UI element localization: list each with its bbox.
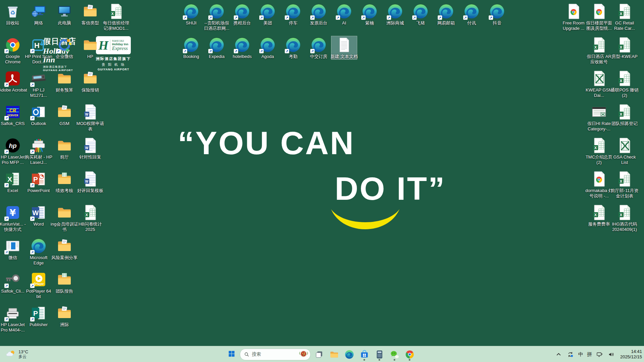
desktop-icon-zinan[interactable]: ↗紫楠 [357, 3, 382, 26]
icon-label: IHG酒店代码 20240409(1) [610, 222, 639, 232]
desktop-icon-xlsx-daily-mod-log[interactable]: X每日值班经理记录MOD1... [103, 3, 129, 31]
desktop-icon-saflok-crs[interactable]: CRSERVER↗Saflok_CRS [0, 103, 25, 126]
desktop-icon-powerpoint[interactable]: P↗PowerPoint [26, 170, 51, 193]
volume-icon[interactable] [607, 350, 615, 358]
desktop-icon-google-chrome[interactable]: ↗Google Chrome [0, 36, 25, 65]
desktop-icon-tmc-intro[interactable]: XTMC介绍总页(2) [586, 137, 612, 165]
desktop-icon-network[interactable]: 网络 [26, 3, 51, 26]
desktop-icon-free-room-upgrade[interactable]: Free Room Upgrade ... [561, 3, 586, 31]
desktop-icon-folder-team-report[interactable]: 团队报告 [52, 271, 77, 294]
desktop-icon-docx-mod-permission[interactable]: WMOD权限申请表 [77, 103, 103, 132]
desktop-icon-hp-print-scan-doctor[interactable]: H↗HP Print Scan Doct... [26, 36, 51, 65]
sync-status-icon[interactable] [567, 350, 575, 358]
shortcut-arrow-icon: ↗ [259, 49, 264, 53]
icon-label: Word [24, 222, 53, 227]
tray-chevron-up-icon[interactable] [555, 350, 563, 358]
desktop-icon-agoda[interactable]: ↗Agoda [255, 36, 280, 59]
folderDoc-icon [82, 3, 98, 19]
desktop-icon-outlook[interactable]: ↗Outlook [26, 103, 51, 126]
desktop-icon-room-type-kweap[interactable]: X房型-KWEAP [612, 36, 637, 59]
desktop-icon-booking[interactable]: ↗Booking [178, 36, 204, 59]
desktop-icon-invoice-backend[interactable]: ↗发票后台 [306, 3, 331, 26]
desktop-icon-guiyang-airport-hotel-web[interactable]: ↗--贵阳机场假日酒店群网... [204, 3, 229, 31]
weather-widget[interactable]: 13°C 多云 [3, 347, 32, 361]
desktop-icon-folder-insurance-claims[interactable]: 保险报销 [77, 70, 103, 93]
desktop-icon-wechat[interactable]: ↗微信 [0, 237, 25, 260]
desktop-icon-new-text-document[interactable]: 新建 文本文档 [331, 36, 357, 59]
desktop-icon-folder-finance-budget[interactable]: 财务预算 [52, 70, 77, 93]
desktop-icon-zhongjiao-booking[interactable]: ↗中交订房 [306, 36, 331, 59]
desktop-icon-docx-review-reply-template[interactable]: W好评回复模板 [77, 170, 103, 193]
desktop-icon-fliggy[interactable]: ↗飞猪 [408, 3, 433, 26]
desktop-icon-front-office-fund-plan[interactable]: X前厅部-11月资金计划表 [612, 170, 637, 199]
desktop-icon-folder-hp[interactable]: HP [77, 36, 103, 59]
desktop-icon-microsoft-edge[interactable]: ↗Microsoft Edge [26, 237, 51, 266]
desktop-icon-hp-laserjet-m404[interactable]: ↗HP LaserJet Pro M404-... [0, 304, 25, 333]
desktop-icon-hi-rate-category[interactable]: 假日HI Rate Category-... [586, 103, 612, 132]
desktop-icon-xlsx-hb-survey[interactable]: XHB问卷统计 2025 [77, 204, 103, 232]
desktop-icon-folder-membership-training[interactable]: ing会员培训证书 [52, 204, 77, 232]
desktop-icon-shiji[interactable]: ↗SHIJI [178, 3, 204, 26]
taskbar-app-chrome[interactable] [403, 348, 416, 361]
desktop-icon-folder-front-office[interactable]: 前厅 [52, 137, 77, 160]
desktop-icon-wecom[interactable]: ↗企业微信 [52, 36, 77, 59]
desktop-icon-kunlunvat[interactable]: ¥↗KunlunVat... - 快捷方式 [0, 204, 25, 232]
desktop-icon-docx-targeted-reply[interactable]: W针对性回复 [77, 137, 103, 160]
desktop[interactable]: 假日酒店 Holiday Inn 洲际酒店集团旗下 GUIYANG AIRPOR… [0, 0, 644, 362]
taskbar-search-box[interactable]: 搜索 [240, 349, 311, 360]
desktop-icon-ar-receivable-account[interactable]: X假日酒店 AR 应收账号 [586, 36, 612, 65]
desktop-icon-hp-lj-m1271[interactable]: ↗HP LJ M1271... [26, 70, 51, 98]
desktop-icon-team-recruit-register[interactable]: X团队招募登记 [612, 103, 637, 126]
desktop-icon-folder-risk-cases[interactable]: 风险案例分享 [52, 237, 77, 260]
taskbar-app-calculator[interactable] [373, 348, 386, 361]
taskbar-app-task-view[interactable] [312, 348, 326, 361]
taskbar-app-file-explorer[interactable] [327, 348, 341, 361]
desktop-icon-hotelbeds[interactable]: ↗hotelbeds [229, 36, 255, 59]
desktop-icon-expedia[interactable]: ↗Expedia [204, 36, 229, 59]
desktop-icon-attendance[interactable]: ↗考勤 [280, 36, 306, 59]
desktop-icon-gsa-check-list[interactable]: GSA Check List [612, 137, 637, 165]
ime-language-button[interactable]: 中 [578, 351, 583, 358]
desktop-icon-adobe-acrobat[interactable]: ↗Adobe Acrobat [0, 70, 25, 93]
desktop-icon-ctrip-backend[interactable]: ↗携程后台 [229, 3, 255, 26]
network-icon[interactable] [596, 350, 604, 358]
recycle-icon: ♻ [5, 3, 21, 19]
desktop-icon-douyin[interactable]: ↗抖音 [484, 3, 510, 26]
desktop-icon-folder-intercontinental[interactable]: 洲际 [52, 304, 77, 327]
desktop-icon-gc-retail-rate-card[interactable]: XGC Retail Rate Car... [612, 3, 637, 31]
desktop-icon-word[interactable]: W↗Word [26, 204, 51, 227]
taskbar-app-microsoft-store[interactable] [358, 348, 371, 361]
desktop-icon-recycle-bin[interactable]: ♻回收站 [0, 3, 25, 26]
desktop-icon-pos-cancellation[interactable]: X通联POS 撤销(2) [612, 70, 637, 98]
desktop-icon-netease-mail[interactable]: ↗网易邮箱 [433, 3, 459, 26]
icon-label: 紫楠 [355, 20, 384, 26]
edge-icon: ↗ [438, 3, 454, 19]
desktop-icon-publisher[interactable]: P↗Publisher [26, 304, 51, 327]
desktop-icon-meituan[interactable]: ↗美团 [255, 3, 280, 26]
desktop-icon-folder-guest-letter-types[interactable]: 客信类型 [77, 3, 103, 26]
desktop-icon-folder-performance[interactable]: 绩效考核 [52, 170, 77, 193]
desktop-icon-this-pc[interactable]: 此电脑 [52, 3, 77, 26]
desktop-icon-dormakaba-light-codes[interactable]: dormakaba 灯号说明 -... [586, 170, 612, 199]
ime-mode-button[interactable]: 拼 [587, 351, 592, 358]
hpps-icon: H↗ [31, 37, 47, 53]
desktop-icon-saflok-client[interactable]: ↗Saflok_Cli... [0, 271, 25, 294]
taskbar-app-wechat[interactable] [388, 348, 401, 361]
desktop-icon-buy-supplies-hp[interactable]: ↗购买耗材 - HP LaserJ... [26, 137, 51, 165]
desktop-icon-fuxun[interactable]: ↗付讯 [459, 3, 484, 26]
desktop-icon-hp-laserjet-mfp[interactable]: hp↗HP LaserJet Pro MFP ... [0, 137, 25, 165]
taskbar-app-edge[interactable] [342, 348, 356, 361]
desktop-icon-floor-plan-room-types[interactable]: 假日楼层平面图及房型统... [586, 3, 612, 31]
desktop-icon-ihg-mall[interactable]: ↗洲际商城 [382, 3, 408, 26]
desktop-icon-excel[interactable]: X↗Excel [0, 170, 25, 193]
desktop-icon-service-fee-rate[interactable]: X服务费费率 [586, 204, 612, 227]
desktop-icon-parking[interactable]: ↗停车 [280, 3, 306, 26]
desktop-icon-ihg-hotel-codes[interactable]: XIHG酒店代码 20240409(1) [612, 204, 637, 232]
taskbar-clock[interactable]: 14:41 2025/12/15 [620, 349, 642, 360]
desktop-icon-potplayer[interactable]: Player↗PotPlayer 64 bit [26, 271, 51, 299]
start-button[interactable] [225, 348, 238, 361]
desktop-icon-ai[interactable]: ↗AI [331, 3, 357, 26]
desktop-icon-kweap-gsm-daily[interactable]: KWEAP GSM Dai... [586, 70, 612, 98]
desktop-icon-folder-gsm[interactable]: GSM [52, 103, 77, 126]
icon-label: 假日楼层平面图及房型统... [585, 20, 613, 31]
